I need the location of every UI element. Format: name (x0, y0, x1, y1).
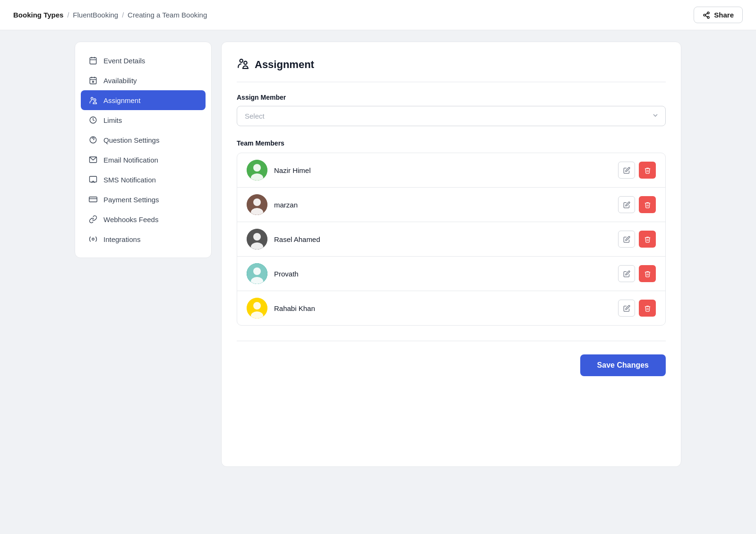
sidebar-item-email-notification[interactable]: Email Notification (81, 150, 206, 170)
svg-point-0 (707, 12, 709, 14)
sidebar-item-sms-notification[interactable]: SMS Notification (81, 170, 206, 189)
svg-line-4 (705, 13, 708, 15)
edit-icon (623, 305, 630, 312)
breadcrumb-current: Creating a Team Booking (128, 11, 207, 19)
member-actions (618, 162, 656, 179)
breadcrumb-sep-1: / (67, 11, 69, 19)
svg-point-27 (253, 164, 261, 172)
sidebar-label-availability: Availability (103, 77, 137, 85)
member-name: marzan (274, 201, 611, 209)
svg-point-36 (253, 267, 261, 275)
sidebar-label-question-settings: Question Settings (103, 136, 159, 144)
sidebar-item-limits[interactable]: Limits (81, 110, 206, 130)
svg-rect-21 (89, 197, 97, 202)
sidebar-item-assignment[interactable]: Assignment (81, 90, 206, 110)
svg-point-39 (253, 302, 261, 310)
share-button[interactable]: Share (694, 7, 743, 23)
sidebar-item-question-settings[interactable]: Question Settings (81, 130, 206, 150)
svg-point-15 (94, 99, 96, 101)
sidebar: Event Details Availability Assignment Li… (75, 42, 212, 258)
svg-point-30 (253, 198, 261, 206)
webhooks-feeds-icon (88, 215, 98, 224)
avatar (247, 229, 267, 250)
member-name: Rahabi Khan (274, 304, 611, 312)
breadcrumb-sep-2: / (122, 11, 124, 19)
trash-icon (644, 167, 651, 174)
event-details-icon (88, 56, 98, 65)
assign-member-label: Assign Member (237, 94, 666, 101)
table-row: Nazir Himel (237, 153, 665, 188)
sidebar-label-integrations: Integrations (103, 235, 140, 243)
sidebar-label-assignment: Assignment (103, 96, 140, 104)
delete-member-button[interactable] (639, 265, 656, 282)
member-actions (618, 300, 656, 317)
sidebar-label-sms-notification: SMS Notification (103, 176, 156, 184)
avatar (247, 194, 267, 215)
content-footer: Save Changes (237, 341, 666, 376)
trash-icon (644, 236, 651, 243)
assign-member-select-wrapper: Select (237, 106, 666, 126)
avatar (247, 298, 267, 319)
assign-member-field: Assign Member Select (237, 94, 666, 139)
header: Booking Types / FluentBooking / Creating… (0, 0, 756, 30)
delete-member-button[interactable] (639, 300, 656, 317)
save-changes-button[interactable]: Save Changes (580, 354, 666, 376)
member-actions (618, 265, 656, 282)
assignment-section-icon (237, 57, 249, 72)
sidebar-label-email-notification: Email Notification (103, 156, 158, 164)
member-name: Provath (274, 270, 611, 278)
members-table: Nazir Himel (237, 153, 666, 326)
sidebar-item-payment-settings[interactable]: Payment Settings (81, 189, 206, 209)
trash-icon (644, 270, 651, 277)
limits-icon (88, 116, 98, 124)
availability-icon (88, 76, 98, 85)
avatar (247, 160, 267, 181)
payment-settings-icon (88, 195, 98, 204)
sidebar-label-event-details: Event Details (103, 57, 145, 65)
edit-member-button[interactable] (618, 231, 635, 248)
edit-member-button[interactable] (618, 300, 635, 317)
table-row: Provath (237, 257, 665, 291)
integrations-icon (88, 235, 98, 243)
svg-point-24 (240, 59, 243, 62)
edit-member-button[interactable] (618, 196, 635, 213)
content-area: Assignment Assign Member Select Team Mem… (221, 42, 681, 467)
svg-point-33 (253, 233, 261, 241)
edit-member-button[interactable] (618, 265, 635, 282)
section-title: Assignment (237, 57, 666, 82)
edit-icon (623, 270, 630, 277)
member-name: Nazir Himel (274, 166, 611, 174)
svg-line-3 (705, 16, 708, 17)
table-row: Rahabi Khan (237, 291, 665, 325)
svg-point-13 (93, 81, 94, 83)
breadcrumb: Booking Types / FluentBooking / Creating… (13, 11, 207, 19)
edit-member-button[interactable] (618, 162, 635, 179)
svg-point-25 (244, 61, 247, 65)
svg-point-14 (91, 97, 94, 100)
email-notification-icon (88, 155, 98, 164)
sidebar-item-event-details[interactable]: Event Details (81, 51, 206, 70)
breadcrumb-fluent[interactable]: FluentBooking (73, 11, 118, 19)
svg-point-2 (707, 16, 709, 18)
delete-member-button[interactable] (639, 162, 656, 179)
svg-point-23 (92, 238, 94, 241)
sms-notification-icon (88, 175, 98, 184)
member-name: Rasel Ahamed (274, 235, 611, 243)
member-actions (618, 196, 656, 213)
main-layout: Event Details Availability Assignment Li… (61, 30, 695, 478)
sidebar-label-payment-settings: Payment Settings (103, 196, 159, 204)
delete-member-button[interactable] (639, 196, 656, 213)
svg-rect-5 (90, 58, 96, 64)
team-members-label: Team Members (237, 139, 666, 147)
sidebar-item-integrations[interactable]: Integrations (81, 229, 206, 249)
edit-icon (623, 201, 630, 208)
question-settings-icon (88, 136, 98, 144)
assign-member-select[interactable]: Select (237, 106, 666, 126)
delete-member-button[interactable] (639, 231, 656, 248)
sidebar-label-limits: Limits (103, 116, 122, 124)
sidebar-item-webhooks-feeds[interactable]: Webhooks Feeds (81, 209, 206, 229)
breadcrumb-root[interactable]: Booking Types (13, 11, 63, 19)
edit-icon (623, 167, 630, 174)
sidebar-item-availability[interactable]: Availability (81, 70, 206, 90)
trash-icon (644, 201, 651, 208)
